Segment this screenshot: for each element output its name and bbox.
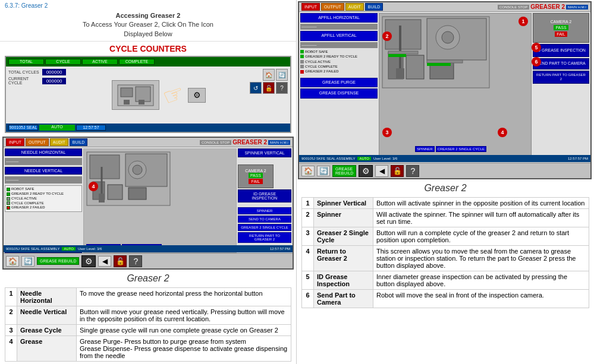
gear-btn-left[interactable]: ⚙ (81, 255, 96, 267)
greaser-icon[interactable]: ⚙ (188, 88, 206, 103)
back-btn-left[interactable]: ◀ (98, 256, 111, 267)
cc-time: 12:57:57 (76, 125, 106, 131)
grease-purge-btn-right[interactable]: GREASE PURGE (300, 78, 378, 87)
lock-btn-right[interactable]: 🔓 (391, 165, 404, 177)
grease-rebuild-btn[interactable]: GREASE REBUILD (37, 257, 79, 265)
needle-horizontal-btn[interactable]: NEEDLE HORIZONTAL (5, 148, 82, 156)
help-btn-left[interactable]: ? (129, 255, 142, 267)
input-btn-left[interactable]: INPUT (6, 138, 24, 146)
fail-btn-right[interactable]: FAIL (555, 31, 567, 37)
status-ready: GREASER 2 READY TO CYCLE (7, 192, 80, 197)
gs-time: 12:57:57 PM (270, 247, 290, 251)
fail-btn-left[interactable]: FAIL (249, 179, 263, 184)
cc-right-col: 🏠 🔄 ↺ 🔓 ? (250, 69, 288, 121)
id-grease-btn-left[interactable]: ID GREASE INSPECTION (238, 189, 291, 202)
compass-btn-right[interactable]: 🔄 (317, 166, 330, 176)
grease-dispense-btn-right[interactable]: GREASE DISPENSE (300, 88, 378, 98)
callout-3: 3 (382, 128, 392, 137)
return-to-greaser-btn-left[interactable]: RETURN PART TO GREASER 2 (238, 232, 291, 243)
rs-center: 1 2 3 4 SPINNER CREASER 2 SINGLE CYCLE (379, 13, 532, 156)
machine-diagram-right (379, 14, 531, 155)
greaser2-single-btn-left[interactable]: GREASER 2 SINGLE CYCLE (238, 224, 291, 231)
home-btn-right[interactable]: 🏠 (301, 166, 315, 176)
pass-btn-left[interactable]: PASS (249, 173, 263, 178)
table-title-right: Greaser 2 (301, 183, 589, 194)
cc-icon-row: 🏠 🔄 (263, 69, 288, 81)
grease-rebuild-btn-right[interactable]: GREASEREBUILD (332, 165, 356, 177)
needle-vertical-btn[interactable]: NEEDLE VERTICAL (5, 167, 82, 175)
build-btn-right[interactable]: BUILD (365, 3, 384, 11)
right-panel: INPUT OUTPUT AUDIT BUILD CONSOLE STOP GR… (297, 0, 594, 364)
table-title-left: Greaser 2 (5, 273, 291, 284)
right-screen-header: INPUT OUTPUT AUDIT BUILD CONSOLE STOP GR… (299, 2, 590, 12)
svg-rect-28 (427, 60, 463, 63)
audit-btn-right[interactable]: AUDIT (345, 3, 364, 11)
cc-label-2: CURRENT CYCLE (8, 77, 41, 85)
dot-robot (7, 188, 10, 191)
cc-content-area: TOTAL CYCLES 000000 CURRENT CYCLE 000000 (6, 67, 290, 124)
callout-5-wrapper: 5 ID GREASE INSPECTION (533, 44, 589, 57)
compass-btn-left[interactable]: 🔄 (21, 256, 34, 267)
audit-btn-left[interactable]: AUDIT (50, 138, 68, 146)
console-stop-btn-right[interactable]: CONSOLE STOP (498, 5, 529, 10)
gear-btn-right[interactable]: ⚙ (359, 165, 373, 177)
cc-label-1: TOTAL CYCLES (8, 70, 41, 74)
cc-reset-icon[interactable]: ↺ (250, 82, 262, 94)
camera-area: CAMERA 2 PASS FAIL (551, 20, 571, 37)
left-nav-buttons: INPUT OUTPUT AUDIT BUILD (6, 138, 87, 146)
row-l1-num: 1 (5, 288, 17, 306)
spacer2 (238, 204, 291, 206)
greaser2-title-right: GREASER 2 (530, 4, 565, 10)
main-hmi-btn-right[interactable]: MAIN H.M.I (566, 5, 588, 10)
row-l4-desc: Grease Purge- Press button to purge grea… (77, 336, 291, 362)
callout-6-wrapper: 6 SEND PART TO CAMERA (533, 58, 589, 69)
callout-2: 2 (382, 31, 392, 41)
row-r2-desc: Will activate the spinner. The spinner w… (373, 209, 589, 227)
table-row-l1: 1 Needle Horizontal To move the grease n… (5, 288, 291, 306)
gs-center: 4 GREASE PURGE GREASE DISPENSE (83, 148, 237, 253)
send-part-camera-btn[interactable]: SEND PART TO CAMERA (533, 58, 589, 69)
output-btn-right[interactable]: OUTPUT (321, 3, 344, 11)
help-btn-right[interactable]: ? (406, 165, 419, 177)
dot-complete (7, 201, 10, 205)
send-to-camera-btn-left[interactable]: SEND TO CAMERA (238, 216, 291, 223)
row-l1-label: Needle Horizontal (17, 288, 77, 306)
input-btn-right[interactable]: INPUT (301, 3, 320, 11)
id-grease-inspect-btn[interactable]: ID GREASE INSPECTION (533, 44, 589, 57)
table-row-r4: 4 Return to Greaser 2 This screen allows… (302, 246, 589, 271)
main-hmi-btn[interactable]: MAIN H.M.I (268, 140, 290, 145)
output-btn-left[interactable]: OUTPUT (26, 138, 49, 146)
rs-assembly: 900105J SKFE SEAL ASSEMBLY (301, 157, 355, 160)
apfill-h-btn[interactable]: APFILL HORIZONTAL (300, 13, 378, 23)
cc-lock-icon[interactable]: 🔓 (263, 82, 275, 94)
dot-ready (7, 192, 10, 196)
pass-btn-right[interactable]: PASS (554, 25, 568, 30)
cc-row-2: CURRENT CYCLE 000000 (8, 77, 68, 85)
spinner-btn-left[interactable]: SPINNER (238, 207, 291, 214)
home-btn-left[interactable]: 🏠 (6, 256, 19, 267)
table-row-r1: 1 Spinner Vertical Button will activate … (302, 198, 589, 209)
row-r3-desc: Button will run a complete cycle of the … (373, 227, 589, 246)
accessing-text: Accessing Greaser 2 To Access Your Greas… (5, 11, 291, 39)
svg-rect-29 (427, 63, 451, 66)
cc-home-icon[interactable]: 🏠 (263, 69, 275, 81)
spinner-vertical-btn-left[interactable]: SPINNER VERTICAL (238, 148, 291, 157)
cc-help-icon[interactable]: ? (276, 82, 288, 94)
apfill-v-btn[interactable]: APFILL VERTICAL (300, 31, 378, 40)
cc-compass-icon[interactable]: 🔄 (276, 69, 288, 81)
spacer1 (238, 159, 291, 163)
console-stop-btn[interactable]: CONSOLE STOP (200, 140, 231, 145)
build-btn-left[interactable]: BUILD (70, 138, 88, 146)
greaser2-single-btn-right[interactable]: CREASER 2 SINGLE CYCLE (436, 146, 486, 152)
table-title-text-left: Greaser 2 (127, 273, 169, 283)
return-btn-right[interactable]: RETURN PART TO GREASER 2 (533, 71, 589, 84)
spinner-btn-right[interactable]: SPINNER (415, 146, 435, 152)
status-complete: CYCLE COMPLETE (7, 201, 80, 206)
cycle-counters-title: CYCLE COUNTERS (5, 44, 291, 53)
back-btn-right[interactable]: ◀ (375, 165, 388, 177)
lock-btn-left[interactable]: 🔓 (114, 255, 127, 267)
rs-dot-2 (300, 55, 304, 58)
status-box: ROBOT SAFE GREASER 2 READY TO CYCLE CYCL… (5, 185, 82, 212)
row-r6-label: Send Part to Camera (314, 290, 373, 308)
gs-auto-status: AUTO (62, 247, 76, 251)
